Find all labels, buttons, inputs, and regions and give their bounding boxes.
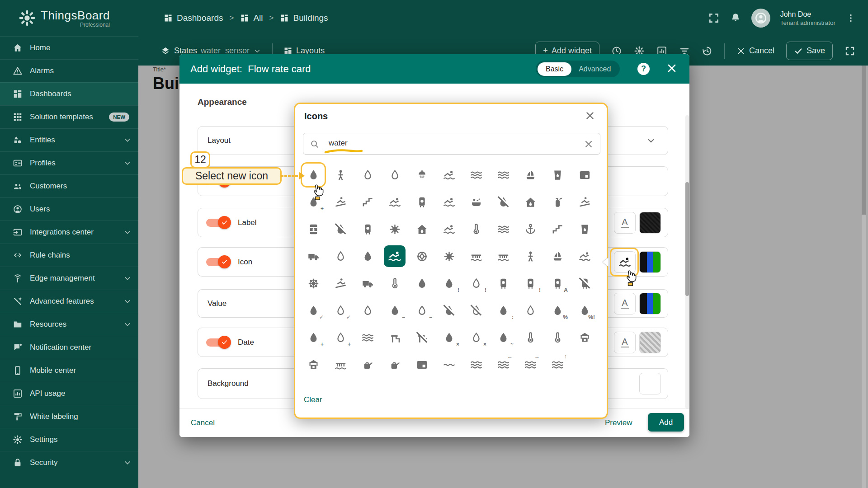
value-color-swatch[interactable] — [639, 293, 661, 314]
icon-bathroom[interactable] — [412, 192, 432, 212]
sidebar-item-customers[interactable]: Customers — [0, 174, 138, 197]
icon-nordic-walking[interactable] — [330, 192, 350, 212]
icon-waves-arrow-right[interactable]: → — [520, 355, 540, 375]
sidebar-item-edge-management[interactable]: Edge management — [0, 267, 138, 290]
sidebar-item-integrations-center[interactable]: Integrations center — [0, 221, 138, 244]
icon-watering-can-outline[interactable] — [385, 355, 405, 375]
icon-opacity-drop[interactable] — [358, 165, 377, 185]
fullscreen-icon[interactable] — [708, 12, 720, 24]
kebab-menu-icon[interactable] — [845, 13, 856, 23]
icon-water-outline[interactable] — [520, 300, 540, 320]
sidebar-item-api-usage[interactable]: API usage — [0, 382, 138, 405]
cancel-button[interactable]: Cancel — [191, 418, 215, 427]
breadcrumb-item-all[interactable]: All — [240, 13, 263, 23]
icon-water-minus-outline[interactable]: − — [412, 300, 432, 320]
icon-lifebuoy-support[interactable] — [412, 246, 432, 266]
avatar[interactable] — [751, 9, 770, 28]
icon-ferry[interactable] — [303, 246, 323, 266]
sidebar-item-rule-chains[interactable]: Rule chains — [0, 244, 138, 267]
icon-anchor[interactable] — [520, 219, 540, 239]
help-button[interactable]: ? — [637, 63, 650, 75]
date-toggle[interactable] — [206, 338, 230, 347]
icon-water-well[interactable] — [575, 328, 594, 347]
icon-water-chart[interactable] — [358, 192, 377, 212]
breadcrumb-item-buildings[interactable]: Buildings — [280, 13, 328, 23]
date-color-swatch[interactable] — [639, 332, 661, 353]
sidebar-item-alarms[interactable]: Alarms — [0, 59, 138, 82]
icon-water-bottle[interactable] — [358, 219, 377, 239]
tab-advanced[interactable]: Advanced — [571, 62, 618, 76]
sidebar-item-settings[interactable]: Settings — [0, 428, 138, 451]
icon-water-waves[interactable] — [466, 165, 486, 185]
icon-storm[interactable] — [385, 219, 405, 239]
background-color-swatch[interactable] — [639, 373, 661, 394]
icon-tsunami[interactable] — [439, 219, 459, 239]
icon-water-remove-outline[interactable]: × — [466, 328, 486, 347]
label-toggle[interactable] — [206, 219, 230, 227]
icon-hand-wash[interactable] — [358, 246, 377, 266]
value-font-button[interactable]: A — [614, 293, 636, 314]
icon-air-waves[interactable] — [493, 219, 513, 239]
sidebar-item-solution-templates[interactable]: Solution templatesNEW — [0, 105, 138, 128]
sidebar-item-white-labeling[interactable]: White labeling — [0, 405, 138, 428]
icon-search-input[interactable]: water — [303, 133, 600, 155]
sidebar-item-home[interactable]: Home — [0, 36, 138, 59]
version-history-icon[interactable] — [702, 46, 712, 56]
icon-water-oval[interactable] — [358, 300, 377, 320]
icon-waves[interactable] — [466, 355, 486, 375]
icon-surf-flag[interactable] — [575, 246, 594, 266]
icon-water-check-outline[interactable]: ✓ — [330, 300, 350, 320]
icon-kayaking[interactable] — [439, 192, 459, 212]
icon-water-plus[interactable]: + — [303, 328, 323, 347]
sidebar-item-advanced-features[interactable]: Advanced features — [0, 290, 138, 313]
sidebar-item-profiles[interactable]: Profiles — [0, 151, 138, 174]
app-logo[interactable]: ThingsBoard Professional — [0, 9, 138, 28]
icon-waterfall-chart[interactable] — [547, 219, 567, 239]
clear-icon-button[interactable]: Clear — [304, 395, 322, 404]
icon-waves-dense[interactable] — [493, 165, 513, 185]
icon-sailing[interactable] — [520, 165, 540, 185]
icon-sailing-regatta[interactable] — [547, 246, 567, 266]
icon-surfing[interactable] — [385, 192, 405, 212]
page-scrollbar[interactable] — [862, 66, 866, 488]
sidebar-item-dashboards[interactable]: Dashboards — [0, 82, 138, 105]
preview-button[interactable]: Preview — [605, 418, 632, 427]
icon-bridge-water[interactable] — [466, 246, 486, 266]
icon-water-check[interactable]: ✓ — [303, 300, 323, 320]
icon-thermometer-water[interactable] — [385, 273, 405, 293]
icon-water-heater-alert[interactable]: ! — [520, 273, 540, 293]
icon-fire-extinguisher[interactable] — [547, 192, 567, 212]
sidebar-item-security[interactable]: Security — [0, 451, 138, 474]
sidebar-item-users[interactable]: Users — [0, 197, 138, 221]
icon-water-thermometer-outline[interactable] — [547, 328, 567, 347]
icon-heat-pump-auto[interactable]: A — [547, 273, 567, 293]
icon-water-glass[interactable] — [547, 165, 567, 185]
add-button[interactable]: Add — [648, 413, 684, 432]
icon-waterfall[interactable] — [330, 355, 350, 375]
save-dashboard-button[interactable]: Save — [786, 42, 833, 60]
fullscreen-icon[interactable] — [844, 46, 855, 56]
tab-basic[interactable]: Basic — [538, 62, 571, 76]
icon-water-remove[interactable]: × — [439, 328, 459, 347]
icon-water-minus[interactable]: − — [385, 300, 405, 320]
icon-pool-swim[interactable] — [439, 165, 459, 185]
icon-toggle[interactable] — [206, 258, 230, 266]
icon-water-damage[interactable] — [520, 192, 540, 212]
icon-water-heater[interactable] — [493, 273, 513, 293]
icon-water-alert-outline[interactable]: ! — [466, 273, 486, 293]
label-font-button[interactable]: A — [614, 212, 636, 234]
icon-water-alert[interactable]: ! — [439, 273, 459, 293]
icon-water-heater-off[interactable] — [575, 273, 594, 293]
icon-water-off-filled[interactable] — [439, 300, 459, 320]
notifications-bell-icon[interactable] — [730, 12, 741, 24]
icon-oil-barrel[interactable] — [303, 219, 323, 239]
icon-water-percent[interactable]: % — [547, 300, 567, 320]
icon-water-off-outline[interactable] — [466, 300, 486, 320]
icon-water-off[interactable] — [493, 192, 513, 212]
icon-melon-slice[interactable] — [330, 246, 350, 266]
icon-drop-half[interactable] — [385, 165, 405, 185]
icon-water-glass-drop[interactable] — [575, 219, 594, 239]
layout-select-chevron[interactable] — [646, 135, 656, 146]
icon-branding-watermark[interactable] — [575, 165, 594, 185]
icon-hot-tub[interactable] — [466, 192, 486, 212]
